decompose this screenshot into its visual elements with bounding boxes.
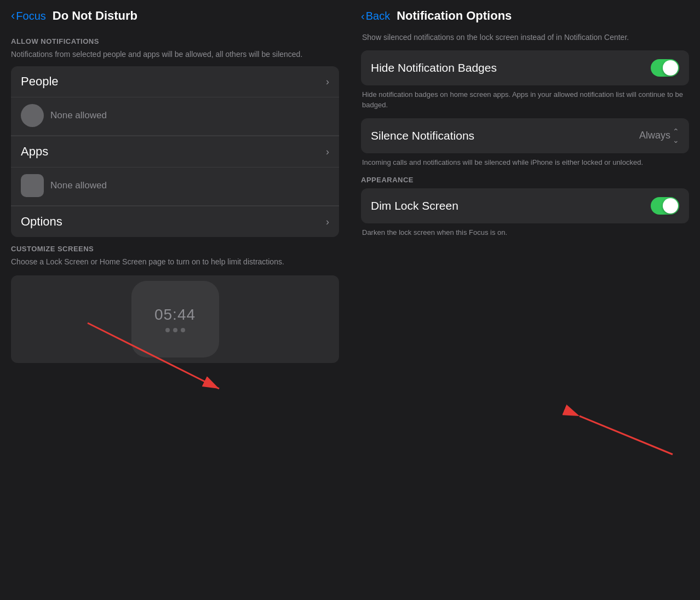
hide-badges-desc: Hide notification badges on home screen …	[361, 90, 689, 111]
customize-section: CUSTOMIZE SCREENS Choose a Lock Screen o…	[11, 245, 339, 362]
svg-line-6	[579, 416, 673, 454]
hide-badges-knob	[663, 60, 678, 76]
allow-notifications-header: ALLOW NOTIFICATIONS	[11, 37, 339, 45]
people-none-allowed: None allowed	[50, 110, 107, 121]
people-avatar	[21, 104, 44, 127]
customize-header: CUSTOMIZE SCREENS	[11, 245, 339, 253]
apps-icon-placeholder	[21, 174, 44, 197]
left-content: ALLOW NOTIFICATIONS Notifications from s…	[0, 28, 350, 371]
silence-current-value: Always	[639, 130, 670, 141]
apps-sub-row: None allowed	[11, 168, 339, 206]
options-label: Options	[21, 215, 62, 229]
dim-lock-desc: Darken the lock screen when this Focus i…	[361, 228, 689, 238]
dim-lock-toggle[interactable]	[651, 197, 679, 215]
options-chevron-icon: ›	[326, 216, 329, 228]
left-panel: ‹ Focus Do Not Disturb ALLOW NOTIFICATIO…	[0, 0, 350, 600]
apps-chevron-icon: ›	[326, 146, 329, 158]
silence-desc: Incoming calls and notifications will be…	[361, 158, 689, 168]
left-page-title: Do Not Disturb	[53, 9, 137, 23]
left-top-nav: ‹ Focus Do Not Disturb	[0, 0, 350, 28]
hide-badges-label: Hide Notification Badges	[371, 61, 497, 74]
back-button[interactable]: ‹ Back	[361, 10, 390, 22]
right-back-label[interactable]: Back	[366, 10, 390, 22]
apps-none-allowed: None allowed	[50, 180, 107, 191]
lock-screen-inner: 05:44	[131, 281, 219, 357]
back-chevron-icon: ‹	[11, 9, 15, 23]
people-row[interactable]: People ›	[11, 66, 339, 97]
dot-2	[173, 328, 177, 332]
customize-desc: Choose a Lock Screen or Home Screen page…	[11, 256, 339, 267]
silence-row[interactable]: Silence Notifications Always ⌃⌄	[361, 118, 689, 153]
right-top-nav: ‹ Back Notification Options	[350, 0, 700, 28]
top-desc: Show silenced notifications on the lock …	[361, 32, 689, 43]
dim-lock-arrow	[508, 394, 684, 465]
dim-lock-row[interactable]: Dim Lock Screen	[361, 188, 689, 223]
right-content: Show silenced notifications on the lock …	[350, 28, 700, 253]
focus-back-button[interactable]: ‹ Focus	[11, 9, 46, 23]
silence-label: Silence Notifications	[371, 129, 474, 142]
right-page-title: Notification Options	[397, 9, 512, 23]
apps-label: Apps	[21, 145, 48, 159]
options-row[interactable]: Options ›	[11, 206, 339, 237]
people-sub-row: None allowed	[11, 97, 339, 136]
lock-screen-time: 05:44	[154, 306, 196, 324]
silence-updown-icon: ⌃⌄	[673, 127, 679, 145]
hide-badges-row[interactable]: Hide Notification Badges	[361, 50, 689, 85]
dot-3	[181, 328, 185, 332]
lock-screen-dots	[165, 328, 185, 332]
right-panel: ‹ Back Notification Options Show silence…	[350, 0, 700, 600]
hide-badges-toggle[interactable]	[651, 59, 679, 77]
people-chevron-icon: ›	[326, 76, 329, 88]
right-back-chevron-icon: ‹	[361, 10, 365, 22]
people-label: People	[21, 74, 59, 89]
silence-value-group: Always ⌃⌄	[639, 127, 679, 145]
dot-1	[165, 328, 170, 332]
dim-lock-label: Dim Lock Screen	[371, 199, 458, 212]
dim-lock-knob	[663, 198, 678, 214]
appearance-header: APPEARANCE	[361, 176, 689, 184]
apps-row[interactable]: Apps ›	[11, 136, 339, 168]
back-label[interactable]: Focus	[16, 10, 45, 22]
lock-screen-preview[interactable]: 05:44	[11, 275, 339, 363]
allow-notifications-desc: Notifications from selected people and a…	[11, 49, 339, 60]
people-apps-options-group: People › None allowed Apps › None allowe…	[11, 66, 339, 237]
